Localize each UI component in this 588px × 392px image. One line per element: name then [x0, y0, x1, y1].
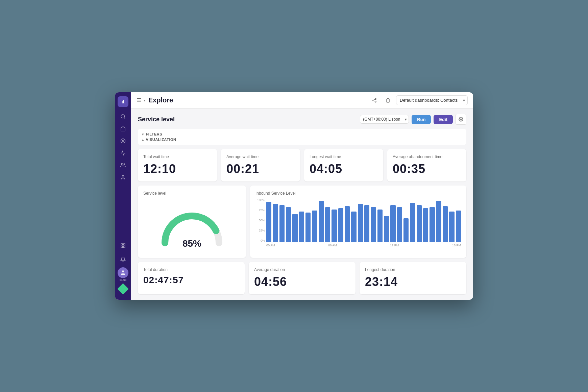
svg-marker-3	[122, 140, 124, 142]
svg-line-14	[374, 100, 375, 101]
metric-card-0: Total wait time 12:10	[138, 149, 217, 181]
dashboard-select[interactable]: Default dashboards: Contacts	[396, 95, 468, 105]
y-label-3: 75%	[255, 209, 265, 212]
menu-icon[interactable]: ☰	[137, 97, 141, 103]
svg-point-10	[122, 270, 124, 272]
duration-card-0: Total duration 02:47:57	[138, 262, 245, 294]
timezone-select[interactable]: (GMT+00:00) Lisbon	[360, 115, 409, 124]
bar-2	[279, 205, 285, 243]
svg-point-13	[375, 101, 376, 102]
gauge-percentage: 85%	[182, 238, 201, 249]
y-label-0: 0%	[255, 239, 265, 242]
duration-value-0: 02:47:57	[143, 275, 239, 286]
visualization-caret: ▴	[142, 138, 144, 142]
svg-point-11	[375, 98, 376, 100]
sidebar-icon-bell[interactable]	[118, 254, 128, 265]
duration-row: Total duration 02:47:57 Average duration…	[138, 262, 466, 294]
delete-button[interactable]	[383, 95, 393, 106]
filters-row[interactable]: ▾ FILTERS	[142, 131, 462, 137]
svg-line-15	[374, 99, 375, 100]
sidebar-icon-agents[interactable]	[118, 160, 128, 171]
bar-9	[325, 207, 330, 242]
sidebar-icon-grid[interactable]	[118, 240, 128, 251]
x-axis: 00 AM 06 AM 12 PM 18 PM	[255, 244, 461, 247]
back-icon[interactable]: ‹	[144, 98, 146, 103]
svg-point-2	[121, 139, 125, 143]
bar-25	[430, 207, 435, 242]
svg-line-1	[124, 118, 125, 119]
y-axis: 0% 25% 50% 75% 100%	[255, 198, 265, 242]
sidebar-icon-search[interactable]	[118, 111, 128, 122]
metric-value-0: 12:10	[143, 162, 212, 176]
bar-8	[319, 201, 324, 243]
chart-title: Inbound Service Level	[255, 191, 461, 196]
metric-label-0: Total wait time	[143, 154, 212, 159]
filters-caret: ▾	[142, 132, 144, 136]
bar-27	[443, 206, 448, 242]
metric-value-3: 00:35	[393, 162, 461, 176]
bar-20	[397, 207, 402, 242]
bar-17	[377, 210, 383, 243]
middle-row: Service level 85% Inbound Service Level	[138, 186, 466, 258]
duration-label-2: Longest duration	[365, 267, 461, 272]
svg-point-4	[121, 163, 123, 165]
duration-label-1: Average duration	[254, 267, 350, 272]
edit-button[interactable]: Edit	[434, 115, 453, 124]
bar-0	[266, 202, 271, 242]
dashboard-area: Service level (GMT+00:00) Lisbon Run Edi…	[131, 108, 473, 300]
status-diamond	[117, 283, 129, 295]
metric-card-1: Average wait time 00:21	[221, 149, 300, 181]
x-label-1: 06 AM	[328, 244, 337, 247]
bar-4	[292, 214, 297, 243]
share-button[interactable]	[369, 95, 380, 106]
main-content: ☰ ‹ Explore Default dashboards: Contacts	[131, 92, 473, 300]
duration-label-0: Total duration	[143, 267, 239, 272]
page-title: Explore	[148, 96, 366, 104]
service-level-card-title: Service level	[143, 191, 241, 196]
metric-label-1: Average wait time	[226, 154, 295, 159]
bar-3	[286, 207, 291, 242]
svg-point-0	[121, 115, 125, 118]
metric-card-3: Average abandonment time 00:35	[387, 149, 466, 181]
sidebar-bottom: 01:58	[118, 240, 128, 296]
metrics-row: Total wait time 12:10 Average wait time …	[138, 149, 466, 181]
topbar: ☰ ‹ Explore Default dashboards: Contacts	[131, 92, 473, 108]
gauge-container: 85%	[143, 200, 241, 252]
bar-23	[417, 205, 422, 243]
bar-18	[384, 216, 389, 242]
x-label-0: 00 AM	[266, 244, 275, 247]
avatar[interactable]: 01:58	[118, 267, 128, 278]
y-label-2: 50%	[255, 219, 265, 222]
y-label-4: 100%	[255, 198, 265, 202]
sidebar-icon-home[interactable]	[118, 123, 128, 134]
bar-22	[410, 203, 415, 242]
dashboard-header: Service level (GMT+00:00) Lisbon Run Edi…	[138, 114, 466, 125]
metric-value-2: 04:05	[310, 162, 378, 176]
sidebar-logo: it	[118, 96, 128, 107]
svg-rect-9	[121, 246, 123, 248]
bar-12	[345, 206, 350, 242]
settings-button[interactable]	[456, 114, 466, 125]
metric-card-2: Longest wait time 04:05	[304, 149, 383, 181]
dashboard-title: Service level	[138, 116, 175, 123]
sidebar-icon-contacts[interactable]	[118, 172, 128, 183]
sidebar: it 01:58	[115, 92, 131, 300]
svg-point-12	[373, 100, 374, 101]
visualization-row[interactable]: ▴ VISUALIZATION	[142, 137, 462, 142]
bar-28	[449, 212, 454, 242]
bar-15	[364, 205, 369, 243]
metric-value-1: 00:21	[226, 162, 295, 176]
bar-10	[332, 210, 337, 243]
x-label-2: 12 PM	[390, 244, 399, 247]
svg-rect-6	[121, 244, 123, 245]
bar-11	[338, 208, 343, 242]
bar-16	[371, 207, 376, 242]
bar-29	[456, 211, 461, 242]
topbar-actions: Default dashboards: Contacts	[369, 95, 468, 106]
bar-6	[305, 213, 311, 242]
sidebar-icon-explore[interactable]	[118, 136, 128, 146]
duration-card-2: Longest duration 23:14	[360, 262, 466, 294]
bar-14	[358, 204, 363, 242]
run-button[interactable]: Run	[412, 115, 431, 124]
sidebar-icon-reports[interactable]	[118, 148, 128, 158]
